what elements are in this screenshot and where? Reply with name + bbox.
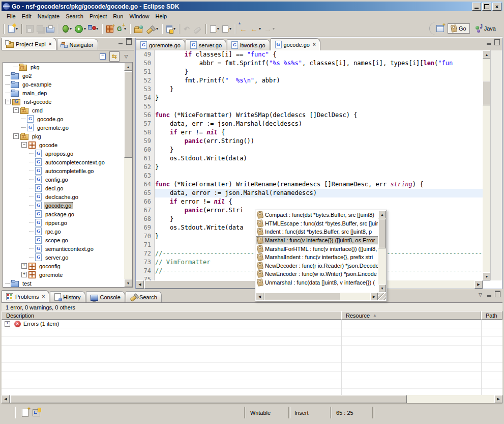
tree-item-pkg[interactable]: −pkg	[3, 132, 124, 140]
scroll-up-button[interactable]: ▲	[124, 63, 132, 71]
scroll-down-button[interactable]: ▼	[483, 272, 491, 280]
menu-search[interactable]: Search	[63, 12, 86, 20]
editor-maximize-button[interactable]	[494, 40, 500, 45]
tree-item-test[interactable]: test	[3, 279, 124, 287]
tab-project-explorer[interactable]: Project Expl ×	[2, 38, 56, 50]
tree-item-go-example[interactable]: go-example	[3, 80, 124, 89]
expand-icon[interactable]: +	[21, 272, 27, 277]
menu-run[interactable]: Run	[110, 12, 126, 20]
problems-minimize-button[interactable]	[486, 292, 492, 297]
tree-item-autocompletefile-go[interactable]: Gautocompletefile.go	[3, 166, 124, 175]
dropdown-arrow-icon[interactable]: ▾	[70, 26, 72, 31]
dropdown-arrow-icon[interactable]: ▾	[84, 26, 86, 31]
explorer-scrollbar[interactable]: ▲ ▼	[124, 63, 132, 287]
scroll-thumb[interactable]	[124, 71, 132, 158]
forward-button[interactable]: ▾	[263, 23, 276, 35]
scroll-down-button[interactable]: ▼	[378, 285, 386, 292]
menu-help[interactable]: Help	[153, 12, 170, 20]
tree-item-goremote[interactable]: +goremote	[3, 270, 124, 279]
menu-navigate[interactable]: Navigate	[35, 12, 63, 20]
dropdown-arrow-icon[interactable]: ▾	[173, 26, 175, 31]
autocomplete-item-indent[interactable]: Indent : func(dst *bytes.Buffer, src []u…	[256, 228, 378, 236]
new-class-button[interactable]: ▾	[115, 23, 127, 35]
problems-error-group-row[interactable]: +×Errors (1 item)	[2, 320, 502, 328]
collapse-icon[interactable]: −	[13, 133, 19, 139]
search-button[interactable]: ▾	[144, 23, 159, 35]
collapse-icon[interactable]: −	[13, 107, 19, 113]
explorer-view-menu-button[interactable]: ▽	[122, 52, 131, 61]
editor-tab-itworks-go[interactable]: Gitworks.go	[227, 39, 270, 50]
run-button[interactable]: ▾	[74, 23, 87, 35]
scroll-thumb[interactable]	[483, 81, 491, 105]
tab-navigator[interactable]: Navigator	[57, 39, 98, 50]
tree-item-decl-go[interactable]: Gdecl.go	[3, 184, 124, 192]
autocomplete-item-htmlescape[interactable]: HTMLEscape : func(dst *bytes.Buffer, src…	[256, 219, 378, 228]
scroll-right-button[interactable]: ▶	[475, 280, 483, 289]
open-resource-button[interactable]	[133, 23, 143, 35]
column-header-resource[interactable]: Resource▲	[341, 311, 481, 320]
autocomplete-item-newdecoder[interactable]: NewDecoder : func(r io.Reader) *json.Dec…	[256, 262, 378, 270]
perspective-java-button[interactable]: JJava	[472, 24, 499, 34]
scroll-left-button[interactable]: ◀	[2, 395, 10, 403]
autocomplete-list[interactable]: Compact : func(dst *bytes.Buffer, src []…	[256, 211, 378, 292]
tree-item-server-go[interactable]: Gserver.go	[3, 253, 124, 262]
save-all-button[interactable]	[36, 23, 44, 35]
tree-item-goremote-go[interactable]: Ggoremote.go	[3, 123, 124, 132]
back-button[interactable]: ▾	[249, 23, 262, 35]
menu-edit[interactable]: Edit	[19, 12, 35, 20]
editor-minimize-button[interactable]	[486, 40, 491, 45]
popup-resize-grip[interactable]	[378, 293, 386, 300]
popup-vertical-scrollbar[interactable]: ▲ ▼	[378, 211, 386, 292]
fast-view-new-icon[interactable]	[22, 409, 28, 417]
tree-item-scope-go[interactable]: Gscope.go	[3, 236, 124, 244]
link-with-editor-button[interactable]: ⇆	[109, 51, 120, 62]
dropdown-arrow-icon[interactable]: ▾	[96, 26, 98, 31]
format-button[interactable]	[192, 23, 203, 35]
scroll-right-button[interactable]: ▶	[494, 395, 502, 403]
tree-item-gocode-go[interactable]: Ggocode.go	[3, 201, 124, 210]
tab-search[interactable]: Search	[126, 291, 162, 302]
autocomplete-item-newencoder[interactable]: NewEncoder : func(w io.Writer) *json.Enc…	[256, 270, 378, 278]
expand-icon[interactable]: +	[5, 321, 10, 327]
collapse-all-button[interactable]	[98, 52, 107, 61]
tree-item-apropos-go[interactable]: Gapropos.go	[3, 149, 124, 158]
menu-file[interactable]: File	[4, 12, 19, 20]
tree-item-ripper-go[interactable]: Gripper.go	[3, 218, 124, 227]
editor-tab-gocode-go[interactable]: Ggocode.go×	[271, 38, 320, 50]
prev-annotation-button[interactable]: ▾	[221, 23, 232, 35]
explorer-maximize-button[interactable]	[126, 40, 132, 45]
maximize-button[interactable]	[482, 3, 491, 11]
problems-view-menu-button[interactable]: ▽	[478, 292, 483, 297]
dropdown-arrow-icon[interactable]: ▾	[259, 26, 261, 31]
scroll-left-button[interactable]: ◀	[136, 280, 144, 289]
close-tab-icon[interactable]: ×	[49, 41, 52, 47]
menu-window[interactable]: Window	[126, 12, 152, 20]
tree-item-semanticcontext-go[interactable]: Gsemanticcontext.go	[3, 244, 124, 253]
save-button[interactable]	[25, 23, 35, 35]
scroll-thumb[interactable]	[10, 395, 407, 403]
explorer-minimize-button[interactable]	[117, 40, 123, 45]
tree-item-goconfig[interactable]: +goconfig	[3, 262, 124, 270]
fast-view-restore-icon[interactable]	[33, 409, 40, 416]
problems-maximize-button[interactable]	[495, 292, 500, 297]
debug-button[interactable]: ▾	[62, 23, 73, 35]
scroll-up-button[interactable]: ▲	[483, 50, 491, 59]
tab-history[interactable]: History	[50, 291, 85, 302]
tree-item-rpc-go[interactable]: Grpc.go	[3, 227, 124, 236]
perspective-go-button[interactable]: Go	[448, 23, 470, 34]
tab-problems[interactable]: Problems×	[2, 290, 49, 302]
tree-item-gocode-go[interactable]: Ggocode.go	[3, 115, 124, 123]
tab-console[interactable]: Console	[86, 291, 125, 302]
autocomplete-item-marshal[interactable]: Marshal : func(v interface{}) ([]uint8, …	[256, 236, 378, 245]
new-go-element-button[interactable]: ▾	[165, 23, 176, 35]
column-header-description[interactable]: Description	[2, 311, 341, 320]
minimize-button[interactable]	[472, 3, 481, 11]
menu-project[interactable]: Project	[86, 12, 110, 20]
autocomplete-item-marshalindent[interactable]: MarshalIndent : func(v interface{}, pref…	[256, 253, 378, 262]
close-button[interactable]: ×	[492, 3, 501, 11]
next-annotation-button[interactable]: ▾	[209, 23, 220, 35]
new-package-button[interactable]	[105, 23, 114, 35]
tree-item-cmd[interactable]: −cmd	[3, 106, 124, 115]
scroll-thumb[interactable]	[264, 293, 340, 300]
dropdown-arrow-icon[interactable]: ▾	[273, 26, 275, 31]
